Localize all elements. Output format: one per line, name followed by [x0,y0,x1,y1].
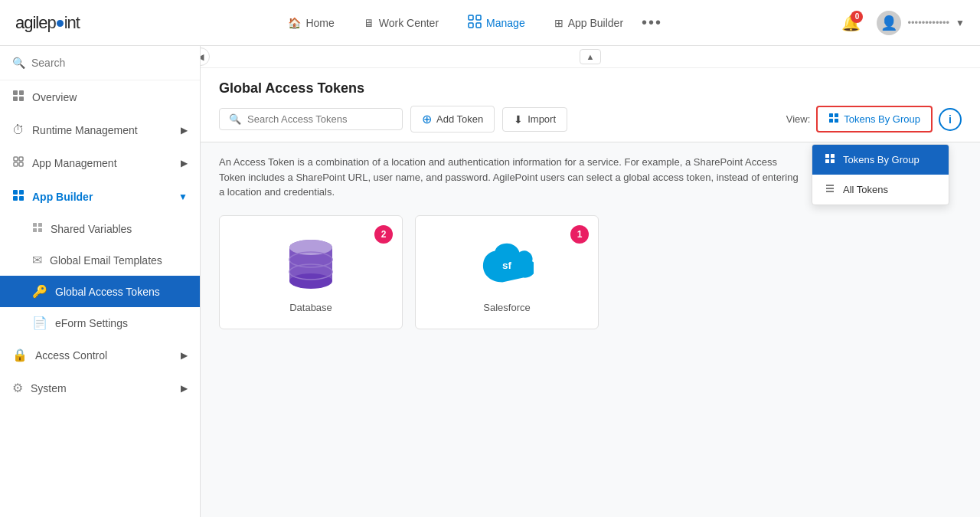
search-tokens-wrap: 🔍 [219,108,403,130]
svg-rect-15 [19,196,24,201]
nav-home[interactable]: 🏠 Home [277,11,345,35]
overview-icon [12,90,24,105]
search-tokens-icon: 🔍 [229,113,241,125]
appbuilder-group-icon [12,189,24,205]
svg-rect-14 [13,196,18,201]
sidebar-item-accesscontrol[interactable]: 🔒 Access Control ▶ [0,339,200,371]
system-icon: ⚙ [12,381,23,395]
svg-rect-6 [13,97,18,101]
svg-rect-0 [469,15,473,20]
manage-icon [468,15,482,31]
svg-rect-27 [831,159,835,163]
sidebar-sub-item-label: Shared Variables [51,223,132,235]
sidebar-group-label: System [31,382,67,394]
token-card-database[interactable]: 2 Database [219,215,403,329]
token-name-salesforce: Salesforce [483,302,530,313]
svg-rect-19 [38,228,42,232]
sidebar-item-sharedvariables[interactable]: Shared Variables [0,214,200,244]
svg-rect-16 [33,223,37,227]
svg-rect-26 [825,159,829,163]
nav-workcenter-label: Work Center [379,17,439,29]
sidebar-item-overview[interactable]: Overview [0,80,200,114]
import-label: Import [528,113,556,125]
sidebar-search-input[interactable] [31,57,188,69]
sidebar-search[interactable]: 🔍 [0,46,200,80]
nav-right: 🔔 0 👤 •••••••••••• ▼ [837,9,965,37]
svg-text:sf: sf [502,259,512,270]
page-header: Global Access Tokens 🔍 ⊕ Add Token ⬇ Imp… [201,68,980,142]
accesscontrol-icon: 🔒 [12,348,28,362]
main-content: ▲ ◀ Global Access Tokens 🔍 ⊕ Add Token ⬇… [201,46,980,517]
view-btn-label: Tokens By Group [844,113,920,125]
sidebar-item-appmanagement[interactable]: App Management ▶ [0,146,200,180]
svg-rect-3 [476,23,481,28]
sidebar-sub-item-label: Global Email Templates [50,254,162,267]
appmanagement-chevron-icon: ▶ [181,158,188,169]
sidebar-item-emailtemplates[interactable]: ✉ Global Email Templates [0,244,200,276]
notification-button[interactable]: 🔔 0 [837,9,864,37]
sidebar-item-globalaccesstokens[interactable]: 🔑 Global Access Tokens [0,276,200,307]
add-token-label: Add Token [436,113,483,125]
svg-rect-12 [13,190,18,195]
info-button[interactable]: i [939,108,962,131]
nav-manage[interactable]: Manage [457,8,536,37]
token-badge-salesforce: 1 [570,225,589,244]
sidebar-group-label: Runtime Management [32,124,138,136]
svg-rect-10 [14,162,18,166]
sidebar-collapse-button[interactable]: ◀ [201,47,210,66]
import-button[interactable]: ⬇ Import [502,107,567,132]
add-token-button[interactable]: ⊕ Add Token [410,106,495,133]
user-chevron-icon: ▼ [956,18,965,28]
nav-more[interactable]: ••• [642,14,662,31]
token-card-salesforce[interactable]: 1 sf Salesforce [415,215,599,329]
svg-rect-8 [14,157,18,161]
accesscontrol-chevron-icon: ▶ [181,350,188,361]
svg-rect-21 [835,113,838,117]
logo: agilepint [15,13,80,33]
view-label: View: [786,113,811,125]
info-icon: i [949,113,952,126]
svg-rect-5 [19,90,24,95]
nav-appbuilder-label: App Builder [568,17,623,29]
plus-icon: ⊕ [422,112,432,126]
collapse-button[interactable]: ▲ [580,49,601,64]
dropdown-item-tokens-by-group[interactable]: Tokens By Group [812,145,949,175]
search-tokens-input[interactable] [247,113,393,125]
home-icon: 🏠 [288,17,301,29]
tokens-grid: 2 Database [219,215,962,329]
svg-point-33 [289,273,332,289]
sharedvariables-icon [32,222,43,236]
grid-icon-selected [825,153,835,166]
sidebar-item-system[interactable]: ⚙ System ▶ [0,371,200,404]
user-menu[interactable]: 👤 •••••••••••• ▼ [877,11,965,35]
eform-icon: 📄 [32,316,47,330]
sidebar-item-runtime[interactable]: ⏱ Runtime Management ▶ [0,114,200,146]
list-icon [825,183,835,196]
sidebar-item-appbuilder[interactable]: App Builder ▼ [0,180,200,214]
runtime-icon: ⏱ [12,123,24,137]
sidebar: 🔍 Overview ⏱ Runtime Management ▶ App Ma… [0,46,201,517]
sidebar-item-eformsettings[interactable]: 📄 eForm Settings [0,307,200,339]
svg-point-34 [289,240,332,255]
salesforce-icon: sf [480,239,534,293]
monitor-icon: 🖥 [364,17,374,29]
svg-rect-22 [829,119,833,123]
email-icon: ✉ [32,253,42,267]
token-badge-database: 2 [374,225,393,244]
view-tokens-by-group-button[interactable]: Tokens By Group [816,106,933,133]
sidebar-sub-item-label: Global Access Tokens [55,286,160,298]
nav-appbuilder[interactable]: ⊞ App Builder [544,11,634,35]
nav-workcenter[interactable]: 🖥 Work Center [353,11,449,35]
dropdown-item-all-tokens[interactable]: All Tokens [812,175,949,205]
appmanagement-icon [12,155,24,171]
avatar: 👤 [877,11,901,35]
database-icon [284,239,338,293]
svg-rect-9 [19,157,23,161]
toolbar-right: View: Tokens By Group i [786,106,962,133]
system-chevron-icon: ▶ [181,383,188,394]
sidebar-sub-item-label: eForm Settings [55,317,128,329]
import-icon: ⬇ [514,113,523,126]
sidebar-group-label: Access Control [35,349,107,362]
nav-items: 🏠 Home 🖥 Work Center Manage ⊞ App Builde… [103,8,838,37]
collapse-bar: ▲ ◀ [201,46,980,68]
